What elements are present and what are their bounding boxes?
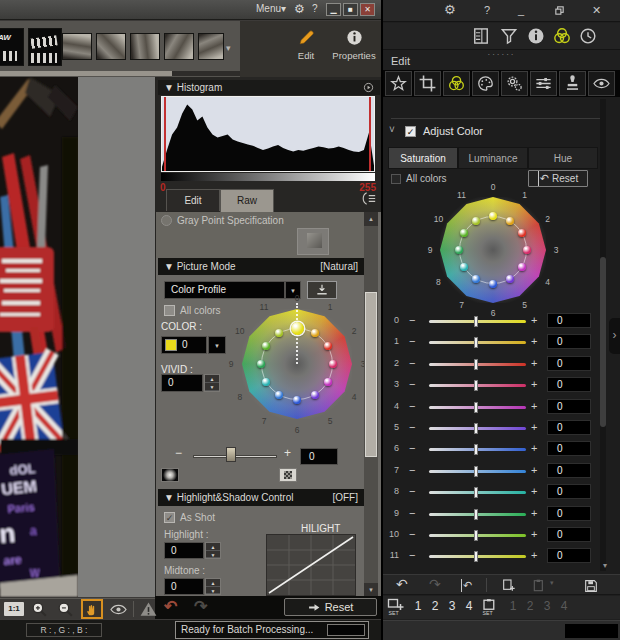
zoom-out-icon[interactable] bbox=[56, 600, 75, 619]
copy-settings-icon[interactable] bbox=[501, 576, 517, 597]
panel-list-icon[interactable] bbox=[361, 190, 378, 207]
slider-track[interactable] bbox=[429, 470, 526, 473]
slider-decrease-button[interactable]: − bbox=[409, 421, 415, 433]
menu-button[interactable]: Menu▾ bbox=[256, 3, 286, 14]
history-clock-icon[interactable] bbox=[578, 26, 598, 46]
revert-all-icon[interactable]: ↶ bbox=[461, 576, 475, 592]
apply-preset-set-icon[interactable]: SET bbox=[481, 598, 499, 616]
reset-button[interactable]: Reset bbox=[284, 598, 377, 616]
scroll-down-icon[interactable]: ▾ bbox=[603, 561, 607, 570]
tool-button-camera-settings[interactable] bbox=[501, 71, 528, 96]
eyedropper-icon[interactable] bbox=[161, 215, 172, 226]
tool-button-stamp[interactable] bbox=[559, 71, 586, 96]
slider-decrease-button[interactable]: − bbox=[409, 528, 415, 540]
vivid-value-field[interactable]: 0 bbox=[161, 374, 203, 392]
slider-decrease-button[interactable]: − bbox=[409, 335, 415, 347]
properties-button[interactable]: Properties bbox=[332, 26, 376, 72]
filmstrip-scrollbar[interactable] bbox=[0, 71, 240, 76]
slider-value-field[interactable]: 0 bbox=[547, 399, 591, 414]
slider-value-field[interactable]: 0 bbox=[547, 506, 591, 521]
tool-button-tone-sliders[interactable] bbox=[530, 71, 557, 96]
slider-handle[interactable] bbox=[474, 380, 478, 391]
slider-decrease-button[interactable]: − bbox=[409, 378, 415, 390]
slider-track[interactable] bbox=[429, 320, 526, 323]
slider-increase-button[interactable]: + bbox=[531, 357, 537, 369]
slider-handle[interactable] bbox=[474, 530, 478, 541]
slider-value-field[interactable]: 0 bbox=[547, 377, 591, 392]
tab-raw[interactable]: Raw bbox=[220, 189, 274, 212]
zoom-in-icon[interactable] bbox=[30, 600, 49, 619]
slider-track[interactable] bbox=[429, 513, 526, 516]
slider-handle[interactable] bbox=[474, 466, 478, 477]
slider-track[interactable] bbox=[429, 363, 526, 366]
spinner-down-icon[interactable]: ▼ bbox=[205, 383, 219, 391]
slider-increase-button[interactable]: + bbox=[531, 335, 537, 347]
soft-preview-button[interactable] bbox=[161, 468, 179, 482]
all-colors-checkbox[interactable] bbox=[164, 305, 175, 316]
edit-panel-scrollbar[interactable]: ▲ ▼ bbox=[364, 212, 378, 597]
hand-tool-button[interactable] bbox=[81, 599, 103, 619]
slider-decrease-button[interactable]: − bbox=[409, 485, 415, 497]
slider-decrease-button[interactable]: − bbox=[409, 549, 415, 561]
slider-value-field[interactable]: 0 bbox=[547, 548, 591, 563]
help-icon[interactable]: ? bbox=[312, 3, 318, 14]
color-wheel-dot-6[interactable] bbox=[293, 396, 301, 404]
spinner-down-icon[interactable]: ▼ bbox=[206, 551, 220, 559]
help-icon[interactable]: ? bbox=[484, 4, 490, 16]
tool-button-adjust-color[interactable] bbox=[443, 71, 470, 96]
slider-handle[interactable] bbox=[474, 359, 478, 370]
undo-icon[interactable]: ↶ bbox=[396, 576, 408, 592]
slider-track[interactable] bbox=[429, 406, 526, 409]
spinner-up-icon[interactable]: ▲ bbox=[206, 579, 220, 587]
slider-increase-button[interactable]: + bbox=[531, 421, 537, 433]
scroll-down-icon[interactable]: ▼ bbox=[364, 583, 378, 597]
slider-increase-button[interactable]: + bbox=[531, 314, 537, 326]
clipping-warning-icon[interactable] bbox=[139, 600, 158, 619]
paste-dropdown-icon[interactable]: ▾ bbox=[550, 579, 554, 587]
spinner-up-icon[interactable]: ▲ bbox=[205, 375, 219, 383]
as-shot-checkbox[interactable]: ✓ bbox=[164, 512, 175, 523]
photo-canvas[interactable]: dOL UEM Paris n a are W bbox=[0, 77, 155, 597]
spinner-down-icon[interactable]: ▼ bbox=[206, 587, 220, 595]
color-wheel-dot-3[interactable] bbox=[329, 360, 337, 368]
slider-increase-button[interactable]: + bbox=[531, 400, 537, 412]
drag-handle-dots[interactable]: ······ bbox=[383, 50, 620, 59]
filmstrip-thumbnail[interactable] bbox=[96, 33, 126, 60]
edit-mode-button[interactable]: Edit bbox=[284, 26, 328, 72]
picture-mode-color-wheel[interactable]: 01234567891011 bbox=[222, 289, 372, 439]
level-decrease-button[interactable]: − bbox=[175, 446, 182, 460]
shadow-warning-eye-icon[interactable] bbox=[109, 600, 128, 619]
slider-handle[interactable] bbox=[474, 487, 478, 498]
settings-gear-icon[interactable]: ⚙ bbox=[294, 2, 305, 16]
slider-track[interactable] bbox=[429, 555, 526, 558]
highlight-shadow-header[interactable]: ▼ Highlight&Shadow Control [OFF] bbox=[158, 489, 364, 506]
slider-decrease-button[interactable]: − bbox=[409, 400, 415, 412]
slider-value-field[interactable]: 0 bbox=[547, 441, 591, 456]
slider-increase-button[interactable]: + bbox=[531, 442, 537, 454]
slider-value-field[interactable]: 0 bbox=[547, 484, 591, 499]
filmstrip-thumbnail[interactable] bbox=[28, 28, 62, 66]
slider-value-field[interactable]: 0 bbox=[547, 356, 591, 371]
slider-increase-button[interactable]: + bbox=[531, 378, 537, 390]
preset-slot-1[interactable]: 1 bbox=[410, 599, 426, 613]
slider-value-field[interactable]: 0 bbox=[547, 463, 591, 478]
paste-settings-icon[interactable] bbox=[531, 576, 547, 597]
slider-track[interactable] bbox=[429, 491, 526, 494]
slider-handle[interactable] bbox=[474, 509, 478, 520]
preset-slot-2[interactable]: 2 bbox=[427, 599, 443, 613]
color-wheel-dot-9[interactable] bbox=[257, 360, 265, 368]
close-button[interactable]: ✕ bbox=[592, 4, 601, 17]
histogram-black-marker[interactable] bbox=[164, 97, 166, 171]
maximize-button[interactable]: ■ bbox=[343, 3, 358, 16]
tool-button-preview-eye[interactable] bbox=[588, 71, 615, 96]
undo-icon[interactable]: ↶ bbox=[164, 597, 177, 616]
scrollbar-thumb[interactable] bbox=[365, 292, 377, 457]
redo-icon[interactable]: ↷ bbox=[429, 576, 441, 592]
slider-decrease-button[interactable]: − bbox=[409, 507, 415, 519]
minimize-button[interactable]: ▁ bbox=[326, 3, 341, 16]
save-settings-icon[interactable] bbox=[583, 576, 599, 597]
tool-button-palette[interactable] bbox=[472, 71, 499, 96]
panel-collapse-arrow[interactable]: › bbox=[609, 318, 620, 354]
thumbnail-list-icon[interactable] bbox=[471, 26, 491, 46]
scrollbar-thumb[interactable] bbox=[600, 257, 606, 427]
